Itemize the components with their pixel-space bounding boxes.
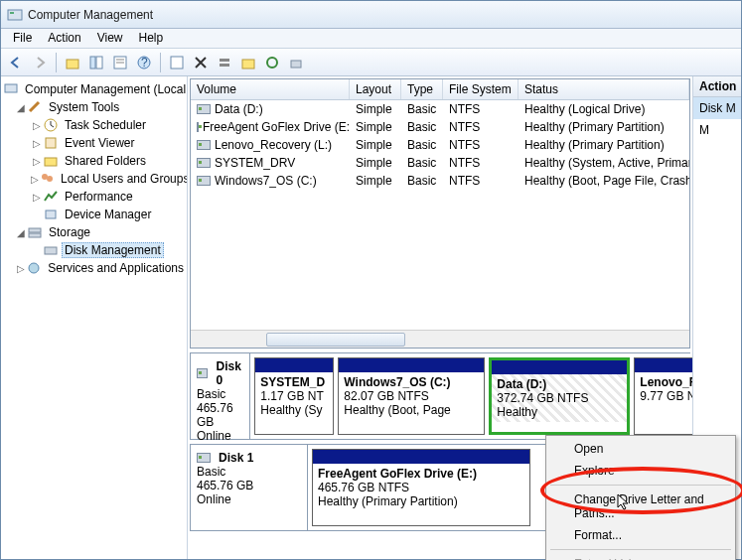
partition[interactable]: Lenovo_Recove9.77 GB NTFS <box>634 357 692 435</box>
tree-local-users[interactable]: ▷Local Users and Groups <box>1 170 187 188</box>
tree-system-tools[interactable]: ◢System Tools <box>1 98 187 116</box>
action-item-more[interactable]: M <box>693 119 741 141</box>
horizontal-scrollbar[interactable] <box>191 330 689 348</box>
nav-forward-button[interactable] <box>29 52 51 73</box>
ctx-change-drive-letter[interactable]: Change Drive Letter and Paths... <box>548 489 733 524</box>
volume-row[interactable]: Data (D:)SimpleBasicNTFSHealthy (Logical… <box>191 100 689 118</box>
volume-list-body: Data (D:)SimpleBasicNTFSHealthy (Logical… <box>191 100 689 330</box>
expand-icon[interactable]: ▷ <box>31 174 39 185</box>
tree-storage[interactable]: ◢Storage <box>1 223 187 241</box>
volume-row[interactable]: FreeAgent GoFlex Drive (E:)SimpleBasicNT… <box>191 118 689 136</box>
partition-size: 9.77 GB NTFS <box>640 389 692 403</box>
disk-info[interactable]: Disk 0Basic465.76 GBOnline <box>191 353 250 439</box>
refresh-button[interactable] <box>166 52 188 73</box>
partition[interactable]: Data (D:)372.74 GB NTFSHealthy <box>489 357 630 435</box>
disk-row: Disk 0Basic465.76 GBOnlineSYSTEM_D1.17 G… <box>190 352 690 440</box>
volume-fs: NTFS <box>443 101 519 117</box>
volume-type: Basic <box>401 155 443 171</box>
volume-type: Basic <box>401 173 443 189</box>
col-fs[interactable]: File System <box>443 79 519 99</box>
expand-icon[interactable]: ▷ <box>31 138 43 149</box>
partition-bar <box>313 450 529 464</box>
partition-bar <box>635 358 692 372</box>
ctx-format[interactable]: Format... <box>548 524 733 546</box>
svg-rect-0 <box>8 10 22 20</box>
ctx-open[interactable]: Open <box>548 438 733 460</box>
help-button[interactable]: ? <box>133 52 155 73</box>
col-type[interactable]: Type <box>401 79 443 99</box>
volume-type: Basic <box>401 101 443 117</box>
volume-row[interactable]: SYSTEM_DRVSimpleBasicNTFSHealthy (System… <box>191 154 689 172</box>
delete-button[interactable] <box>190 52 212 73</box>
drive-icon <box>197 140 211 150</box>
menu-view[interactable]: View <box>89 29 131 48</box>
volume-status: Healthy (Primary Partition) <box>519 119 689 135</box>
up-button[interactable] <box>62 52 83 73</box>
expand-icon[interactable]: ▷ <box>31 156 43 167</box>
col-layout[interactable]: Layout <box>350 79 401 99</box>
tree-shared-folders[interactable]: ▷Shared Folders <box>1 152 187 170</box>
menu-file[interactable]: File <box>5 29 40 48</box>
collapse-icon[interactable]: ◢ <box>15 227 27 238</box>
tree-root[interactable]: Computer Management (Local <box>1 80 187 98</box>
navigation-tree[interactable]: Computer Management (Local ◢System Tools… <box>1 76 188 559</box>
svg-rect-11 <box>220 59 229 62</box>
col-status[interactable]: Status <box>519 79 689 99</box>
storage-icon <box>27 224 43 240</box>
tree-services[interactable]: ▷Services and Applications <box>1 259 187 277</box>
expand-icon[interactable]: ▷ <box>31 120 43 131</box>
volume-type: Basic <box>401 137 443 153</box>
volume-layout: Simple <box>350 155 401 171</box>
properties-button[interactable] <box>109 52 131 73</box>
svg-rect-16 <box>5 84 17 92</box>
volume-list[interactable]: Volume Layout Type File System Status Da… <box>190 78 690 349</box>
volume-name: FreeAgent GoFlex Drive (E:) <box>203 120 350 134</box>
volume-fs: NTFS <box>443 155 519 171</box>
settings-button[interactable] <box>285 52 307 73</box>
partition[interactable]: SYSTEM_D1.17 GB NTHealthy (Sy <box>254 357 334 435</box>
partition[interactable]: FreeAgent GoFlex Drive (E:)465.76 GB NTF… <box>312 449 530 526</box>
collapse-icon[interactable]: ◢ <box>15 102 27 113</box>
disk-info[interactable]: Disk 1Basic465.76 GBOnline <box>191 445 308 530</box>
svg-rect-1 <box>10 12 14 14</box>
partition-size: 1.17 GB NT <box>260 389 323 403</box>
partition-bar <box>492 360 627 374</box>
partition-title: Windows7_OS (C:) <box>344 375 450 389</box>
toolbar-separator <box>160 53 161 72</box>
show-hide-tree-button[interactable] <box>85 52 107 73</box>
rescan-button[interactable] <box>261 52 283 73</box>
volume-row[interactable]: Lenovo_Recovery (L:)SimpleBasicNTFSHealt… <box>191 136 689 154</box>
action-button[interactable] <box>214 52 235 73</box>
volume-list-header: Volume Layout Type File System Status <box>191 79 689 100</box>
menu-action[interactable]: Action <box>40 29 88 48</box>
volume-layout: Simple <box>350 173 401 189</box>
computer-icon <box>3 81 19 97</box>
menu-help[interactable]: Help <box>131 29 172 48</box>
col-volume[interactable]: Volume <box>191 79 350 99</box>
volume-row[interactable]: Windows7_OS (C:)SimpleBasicNTFSHealthy (… <box>191 172 689 190</box>
partition[interactable]: Windows7_OS (C:)82.07 GB NTFSHealthy (Bo… <box>338 357 485 435</box>
volume-name: Lenovo_Recovery (L:) <box>215 138 332 152</box>
tree-disk-management[interactable]: Disk Management <box>1 241 187 259</box>
clock-icon <box>43 117 59 133</box>
svg-rect-4 <box>96 57 102 69</box>
scrollbar-thumb[interactable] <box>266 333 405 347</box>
ctx-explore[interactable]: Explore <box>548 460 733 482</box>
tree-device-manager[interactable]: Device Manager <box>1 206 187 223</box>
titlebar[interactable]: Computer Management <box>1 1 741 29</box>
disk-state: Online <box>197 492 301 506</box>
volume-status: Healthy (Logical Drive) <box>519 101 689 117</box>
services-icon <box>26 260 42 276</box>
svg-rect-12 <box>220 64 229 67</box>
volume-status: Healthy (Boot, Page File, Crash Dump, <box>519 173 689 189</box>
open-button[interactable] <box>237 52 259 73</box>
expand-icon[interactable]: ▷ <box>31 192 43 203</box>
tree-event-viewer[interactable]: ▷Event Viewer <box>1 134 187 152</box>
context-menu: Open Explore Change Drive Letter and Pat… <box>545 435 736 560</box>
nav-back-button[interactable] <box>5 52 27 73</box>
action-item-diskm[interactable]: Disk M <box>693 97 741 119</box>
expand-icon[interactable]: ▷ <box>15 263 26 274</box>
disk-size: 465.76 GB <box>197 401 243 429</box>
tree-task-scheduler[interactable]: ▷Task Scheduler <box>1 116 187 134</box>
tree-performance[interactable]: ▷Performance <box>1 188 187 206</box>
